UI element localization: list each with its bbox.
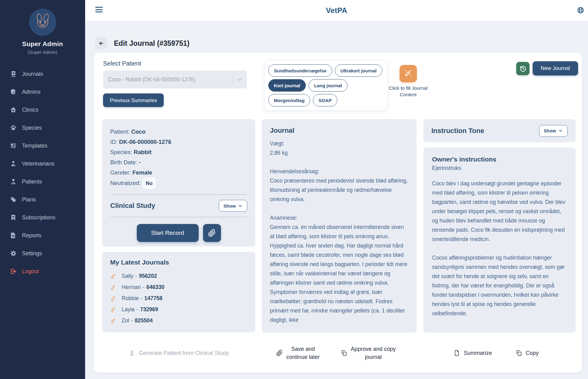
pencil-icon [110, 284, 117, 291]
new-journal-button[interactable]: New Journal [533, 61, 578, 75]
sidebar-item-veterinarians[interactable]: Veterinarians [0, 155, 85, 173]
patient-icon [10, 178, 17, 185]
sidebar-item-label: Subscriptions [22, 214, 55, 221]
person-icon [128, 350, 135, 356]
patient-field: Gender: Female [110, 167, 247, 178]
pencil-icon [110, 306, 117, 313]
approve-copy-button[interactable]: Approve and copy journal [341, 345, 396, 361]
journal-type-lang-journal[interactable]: Lang journal [309, 79, 348, 92]
sidebar-item-species[interactable]: Species [0, 119, 85, 137]
sidebar-item-plans[interactable]: Plans [0, 191, 85, 209]
sidebar-item-label: Admins [22, 89, 41, 95]
patient-field: Species: Rabbit [110, 147, 247, 157]
sidebar-nav: Journals Admins Clinics Species Template… [0, 65, 85, 280]
journal-content-text[interactable]: Vægt: 2,86 kg Henvendelsesårsag: Coco pr… [270, 139, 409, 325]
page-title: Edit Journal (#359751) [114, 39, 189, 48]
sidebar-user-role: (Super Admin) [0, 50, 85, 55]
avatar [29, 9, 56, 36]
instruction-tone-show-button[interactable]: Show [539, 125, 568, 137]
logout-icon [10, 268, 17, 275]
sidebar-item-reports[interactable]: Reports [0, 226, 85, 244]
sidebar-item-label: Journals [22, 71, 43, 77]
sidebar-item-clinics[interactable]: Clinics [0, 101, 85, 119]
chevron-down-icon [236, 76, 243, 83]
sidebar-item-label: Species [22, 125, 42, 131]
clinical-study-show-button[interactable]: Show [219, 200, 247, 212]
sidebar-item-label: Clinics [22, 107, 38, 113]
latest-journal-item[interactable]: Herman-646330 [110, 282, 247, 293]
chevron-down-icon [238, 204, 243, 208]
sidebar-item-label: Logout [22, 268, 39, 275]
pencil-icon [110, 317, 117, 324]
patient-field: ID: DK-06-000000-1276 [110, 137, 247, 147]
clinic-house-icon [10, 106, 17, 113]
sidebar-item-templates[interactable]: Templates [0, 137, 85, 155]
gear-icon [10, 250, 17, 257]
chevron-down-icon [558, 128, 563, 133]
divider [110, 217, 247, 217]
latest-journal-item[interactable]: Robbie-147758 [110, 293, 247, 304]
magic-pencil-icon [400, 65, 417, 82]
sidebar-item-label: Patients [22, 179, 42, 185]
sidebar-item-settings[interactable]: Settings [0, 244, 85, 262]
bottom-action-bar: Generate Patient from Clinical Study Sav… [102, 345, 576, 361]
document-icon [453, 350, 460, 356]
latest-journals-panel: My Latest Journals Sally-956202 Herman-6… [102, 252, 255, 332]
save-continue-button[interactable]: Save and continue later [276, 345, 320, 361]
template-icon [10, 142, 17, 149]
fill-journal-label: Click to fill Journal Content [388, 85, 429, 98]
back-arrow-icon [98, 40, 104, 46]
journal-history-button[interactable] [516, 62, 530, 75]
history-icon [519, 65, 527, 72]
owner-instructions-title: Owner's instructions [432, 156, 567, 163]
divider [110, 194, 247, 195]
pencil-icon [110, 273, 117, 279]
sidebar-item-label: Templates [22, 143, 47, 149]
generate-patient-button[interactable]: Generate Patient from Clinical Study [128, 349, 229, 357]
journal-type-morgenindtag[interactable]: Morgenindtag [268, 94, 310, 106]
back-button[interactable] [95, 37, 107, 49]
owner-instructions-text[interactable]: Coco blev i dag undersøgt grundet gentag… [432, 179, 567, 318]
paw-icon [10, 124, 17, 131]
latest-journal-item[interactable]: Zol-825504 [110, 315, 247, 326]
latest-journal-item[interactable]: Layla-732969 [110, 304, 247, 315]
select-patient-label: Select Patient [103, 60, 141, 67]
paperclip-icon [208, 229, 216, 237]
journal-type-sundhedsundersogelse[interactable]: Sundhedsundersøgelse [268, 64, 332, 77]
latest-journals-title: My Latest Journals [110, 259, 247, 266]
patient-field: Birth Date: - [110, 157, 247, 167]
previous-summaries-button[interactable]: Previous Summaries [103, 93, 164, 107]
report-icon [10, 232, 17, 239]
journal-title: Journal [270, 127, 409, 135]
copy-button[interactable]: Copy [516, 349, 539, 357]
patient-select[interactable]: Coco - Rabbit (DK-06-000000-1276) [103, 71, 247, 88]
language-globe-icon[interactable] [577, 6, 584, 14]
start-record-button[interactable]: Start Record [137, 224, 199, 242]
sidebar-item-patients[interactable]: Patients [0, 173, 85, 191]
sidebar-item-logout[interactable]: Logout [0, 262, 85, 280]
journal-type-soap[interactable]: SOAP [313, 94, 337, 106]
sidebar-item-label: Plans [22, 196, 36, 203]
summarize-button[interactable]: Summarize [453, 349, 492, 357]
sidebar-item-label: Reports [22, 232, 41, 239]
attach-file-button[interactable] [203, 224, 221, 242]
sidebar-item-admins[interactable]: Admins [0, 83, 85, 101]
instruction-tone-panel: Instruction Tone Show [423, 119, 576, 142]
journal-type-kort-journal[interactable]: Kort journal [268, 79, 306, 92]
select-divider [232, 75, 233, 84]
instruction-tone-title: Instruction Tone [431, 127, 484, 135]
bookmark-icon [10, 214, 17, 221]
sidebar-item-subscriptions[interactable]: Subscriptions [0, 209, 85, 226]
journal-content-panel[interactable]: Journal Vægt: 2,86 kg Henvendelsesårsag:… [262, 119, 417, 333]
patient-field-neutralized: Neutralized: No [110, 178, 247, 189]
journal-type-card: Sundhedsundersøgelse Ultrakort journal K… [264, 60, 388, 111]
neutralized-badge: No [142, 178, 156, 189]
clinical-study-title: Clinical Study [110, 202, 155, 210]
patient-info-panel: Patient: Coco ID: DK-06-000000-1276 Spec… [102, 119, 255, 247]
patient-field: Patient: Coco [110, 127, 247, 137]
latest-journal-item[interactable]: Sally-956202 [110, 270, 247, 282]
sidebar-item-journals[interactable]: Journals [0, 65, 85, 83]
patient-select-value: Coco - Rabbit (DK-06-000000-1276) [107, 76, 232, 83]
journal-type-ultrakort-journal[interactable]: Ultrakort journal [335, 64, 382, 77]
fill-journal-content-button[interactable]: Click to fill Journal Content [388, 65, 429, 98]
